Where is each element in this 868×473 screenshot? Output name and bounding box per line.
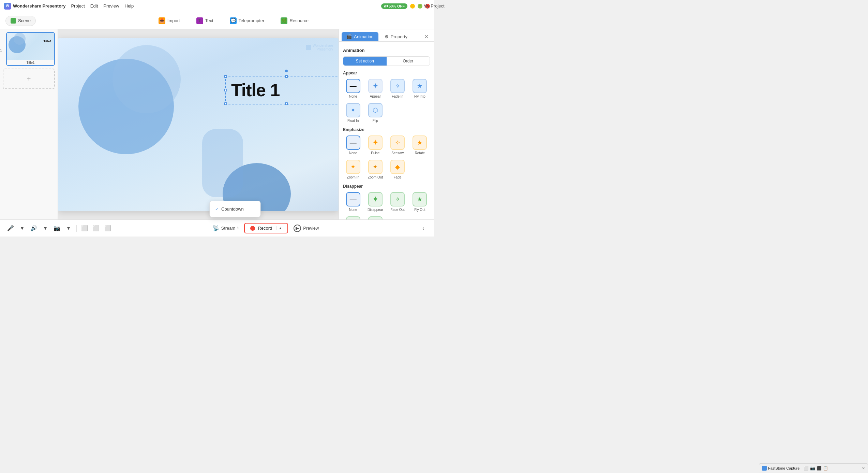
disappear-flyout-icon: ★	[413, 192, 427, 206]
emphasize-pulse-label: Pulse	[371, 151, 379, 155]
appear-floatin-icon: ✦	[346, 103, 360, 117]
emphasize-rotate[interactable]: ★ Rotate	[410, 134, 430, 156]
disappear-disappear[interactable]: ✦ Disappear	[365, 191, 385, 213]
camera-tool[interactable]: 📷	[52, 223, 62, 233]
disappear-none[interactable]: — None	[343, 191, 363, 213]
record-button[interactable]: Record ▲	[244, 223, 288, 233]
tab-property[interactable]: ⚙ Property	[380, 32, 412, 41]
menu-preview[interactable]: Preview	[103, 2, 119, 10]
appear-floatin[interactable]: ✦ Float In	[343, 102, 363, 124]
import-button[interactable]: 📥 Import	[156, 16, 183, 26]
panel-close-button[interactable]: ✕	[421, 32, 431, 41]
bottom-center: 📡 Stream ℹ Record ▲ ▶ Preview	[116, 223, 416, 233]
mic-dropdown[interactable]: ▾	[17, 223, 27, 233]
handle-mid-left[interactable]	[224, 89, 227, 91]
appear-animation-grid: — None ✦ Appear ✧ Fade In	[343, 77, 430, 124]
emphasize-zoomin-icon: ✦	[346, 160, 360, 174]
layout-2[interactable]: ⬜	[91, 223, 101, 233]
rotation-handle[interactable]	[285, 70, 288, 72]
disappear-none-label: None	[349, 208, 357, 212]
stream-icon: 📡	[212, 225, 219, 231]
emphasize-seesaw[interactable]: ✧ Seesaw	[388, 134, 408, 156]
stream-button[interactable]: 📡 Stream ℹ	[212, 225, 239, 231]
emphasize-none-icon: —	[346, 135, 360, 150]
teleprompter-button[interactable]: 💬 Teleprompter	[227, 16, 267, 26]
minimize-button[interactable]: ─	[410, 4, 415, 9]
text-icon: T	[196, 17, 203, 24]
disappear-fadeout-label: Fade Out	[390, 208, 405, 212]
appear-flyinto[interactable]: ★ Fly Into	[410, 77, 430, 100]
discount-badge[interactable]: 🏷 50% OFF	[381, 3, 407, 9]
toolbar-center: 📥 Import T Text 💬 Teleprompter 🌿 Resourc…	[39, 16, 429, 26]
property-tab-label: Property	[391, 34, 407, 39]
disappear-flyout[interactable]: ★ Fly Out	[410, 191, 430, 213]
appear-fadein[interactable]: ✧ Fade In	[388, 77, 408, 100]
scene-icon	[11, 18, 16, 24]
emphasize-fade[interactable]: ◆ Fade	[388, 158, 408, 181]
text-button[interactable]: T Text	[194, 16, 216, 26]
titlebar: W Wondershare Presentory Project Edit Pr…	[0, 0, 434, 12]
thumb-deco-circle-2	[14, 33, 26, 45]
title-text[interactable]: Title 1	[231, 80, 339, 100]
subtab-set-action[interactable]: Set action	[343, 57, 387, 66]
disappear-flip[interactable]: ⬡ Flip	[365, 215, 385, 219]
disappear-none-icon: —	[346, 192, 360, 206]
stream-label: Stream	[221, 226, 236, 231]
appear-appear[interactable]: ✦ Appear	[365, 77, 385, 100]
emphasize-zoomout[interactable]: ✦ Zoom Out	[365, 158, 385, 181]
handle-bot-left[interactable]	[224, 102, 227, 105]
bottom-right: ‹	[418, 223, 429, 233]
layout-3[interactable]: ⬜	[103, 223, 113, 233]
animation-panel-title: Animation	[343, 48, 430, 53]
appear-flyinto-icon: ★	[413, 79, 427, 93]
menu-help[interactable]: Help	[125, 2, 134, 10]
disappear-floatout[interactable]: ✦ Float Out	[343, 215, 363, 219]
subtab-order[interactable]: Order	[387, 57, 430, 66]
disappear-disappear-label: Disappear	[368, 208, 383, 212]
camera-dropdown[interactable]: ▾	[63, 223, 74, 233]
menu-edit[interactable]: Edit	[90, 2, 98, 10]
countdown-item[interactable]: ✓ Countdown	[210, 204, 260, 214]
resource-button[interactable]: 🌿 Resource	[278, 16, 311, 26]
appear-none[interactable]: — None	[343, 77, 363, 100]
appear-flip-label: Flip	[373, 119, 378, 123]
scene-thumbnail[interactable]: Title1 Title1	[6, 32, 55, 66]
title-text-element[interactable]: Title 1	[225, 76, 339, 104]
disappear-fadeout[interactable]: ✧ Fade Out	[388, 191, 408, 213]
record-dot-icon	[250, 226, 255, 231]
app-logo: W Wondershare Presentory	[4, 3, 65, 10]
chevron-left[interactable]: ‹	[418, 223, 429, 233]
add-scene-button[interactable]: +	[3, 69, 55, 89]
stream-info-icon: ℹ	[237, 226, 239, 230]
add-scene-icon: +	[27, 75, 31, 83]
scene-button[interactable]: Scene	[5, 16, 36, 26]
check-icon: ✓	[215, 207, 219, 212]
emphasize-none[interactable]: — None	[343, 134, 363, 156]
mic-tool[interactable]: 🎤	[5, 223, 16, 233]
handle-bot-center[interactable]	[285, 102, 288, 105]
deco-circle-2	[113, 45, 181, 113]
layout-1[interactable]: ⬜	[79, 223, 90, 233]
panel-tabs: 🎬 Animation ⚙ Property ✕	[339, 29, 434, 42]
appear-appear-label: Appear	[370, 95, 381, 98]
import-icon: 📥	[159, 17, 165, 24]
emphasize-section-label: Emphasize	[343, 127, 430, 132]
deco-shape-right	[202, 129, 243, 197]
text-label: Text	[205, 18, 213, 23]
disappear-flip-icon: ⬡	[368, 216, 383, 219]
emphasize-pulse[interactable]: ✦ Pulse	[365, 134, 385, 156]
preview-button[interactable]: ▶ Preview	[294, 225, 319, 232]
record-dropdown-arrow[interactable]: ▲	[276, 226, 282, 230]
handle-top-left[interactable]	[224, 75, 227, 78]
menu-project[interactable]: Project	[71, 2, 85, 10]
emphasize-zoomin[interactable]: ✦ Zoom In	[343, 158, 363, 181]
logo-icon: W	[4, 3, 11, 10]
tab-animation[interactable]: 🎬 Animation	[342, 32, 378, 41]
appear-flip[interactable]: ⬡ Flip	[365, 102, 385, 124]
scene-label: Scene	[18, 18, 31, 23]
speaker-tool[interactable]: 🔊	[29, 223, 39, 233]
emphasize-rotate-label: Rotate	[415, 151, 425, 155]
maximize-button[interactable]: □	[418, 4, 422, 9]
speaker-dropdown[interactable]: ▾	[40, 223, 50, 233]
handle-top-center[interactable]	[285, 75, 288, 78]
